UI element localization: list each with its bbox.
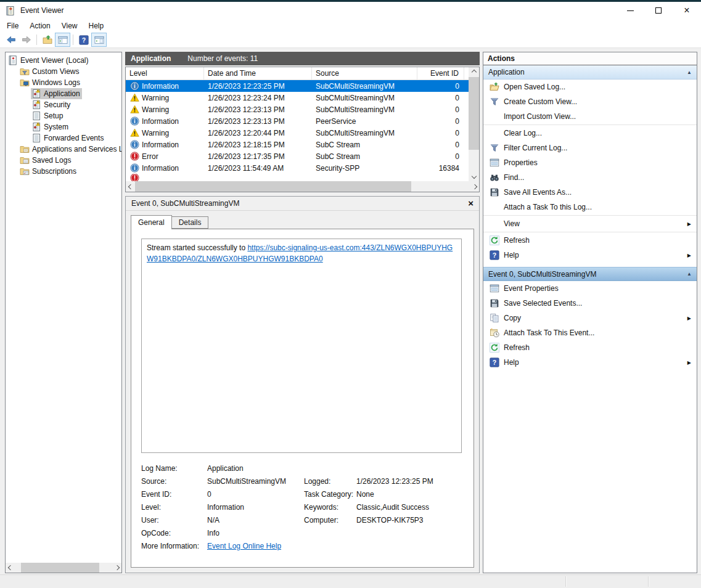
action-clear-log[interactable]: Clear Log... — [483, 126, 697, 141]
scroll-left-arrow[interactable] — [126, 182, 135, 192]
tree-item-system[interactable]: System — [6, 121, 121, 133]
action-attach-a-task-to-this-log[interactable]: Attach a Task To this Log... — [483, 200, 697, 214]
table-row[interactable]: Warning1/26/2023 12:23:13 PMSubCMultiStr… — [126, 104, 469, 115]
action-open-saved-log[interactable]: Open Saved Log... — [483, 80, 697, 94]
action-filter-current-log[interactable]: Filter Current Log... — [483, 141, 697, 155]
field-label: Event ID: — [141, 488, 207, 501]
column-header-event-id[interactable]: Event ID — [417, 67, 464, 80]
event-list-horizontal-scrollbar[interactable] — [126, 181, 479, 192]
table-row[interactable]: Warning1/26/2023 12:20:44 PMSubCMultiStr… — [126, 127, 469, 139]
action-help[interactable]: ?Help▶ — [483, 355, 697, 370]
menu-file[interactable]: File — [1, 20, 24, 31]
show-hide-action-pane-button[interactable] — [91, 33, 107, 47]
scrollbar-thumb[interactable] — [135, 181, 411, 192]
action-find[interactable]: Find... — [483, 170, 697, 185]
actions-section-header-event-0-subcmultistreamingvm[interactable]: Event 0, SubCMultiStreamingVM▲ — [483, 267, 697, 281]
level-label: Warning — [142, 105, 169, 114]
maximize-button[interactable] — [644, 2, 673, 19]
column-header-level[interactable]: Level — [126, 67, 204, 80]
column-header-date-and-time[interactable]: Date and Time — [204, 67, 312, 80]
tree-item-applications-and-services-logs[interactable]: Applications and Services Logs — [6, 144, 121, 155]
column-header-source[interactable]: Source — [312, 67, 417, 80]
forward-button[interactable] — [18, 33, 34, 47]
scroll-left-arrow[interactable] — [6, 563, 15, 573]
action-save-all-events-as[interactable]: Save All Events As... — [483, 185, 697, 200]
tab-general[interactable]: General — [131, 215, 172, 229]
field-label: Logged: — [304, 475, 356, 488]
field-value — [356, 527, 467, 540]
level-cell: Information — [126, 115, 204, 127]
tree-item-windows-logs[interactable]: Windows Logs — [6, 77, 121, 88]
field-value: Application — [207, 462, 304, 475]
table-row[interactable]: Information1/26/2023 12:18:15 PMSubC Str… — [126, 139, 469, 150]
table-row[interactable]: Information1/26/2023 12:23:25 PMSubCMult… — [126, 80, 469, 92]
scroll-right-arrow[interactable] — [470, 182, 479, 192]
action-import-custom-view[interactable]: Import Custom View... — [483, 109, 697, 124]
action-refresh[interactable]: Refresh — [483, 340, 697, 355]
scroll-right-arrow[interactable] — [112, 563, 121, 573]
tree-item-application[interactable]: Application — [6, 88, 121, 99]
action-refresh[interactable]: Refresh — [483, 233, 697, 248]
status-bar — [0, 574, 701, 588]
tree-item-forwarded-events[interactable]: Forwarded Events — [6, 133, 121, 144]
help-button[interactable]: ? — [76, 33, 91, 47]
table-row[interactable]: Information1/26/2023 12:23:13 PMPeerServ… — [126, 115, 469, 127]
scrollbar-thumb[interactable] — [469, 77, 479, 150]
tab-details[interactable]: Details — [172, 216, 209, 229]
action-attach-task-to-this-event[interactable]: Attach Task To This Event... — [483, 325, 697, 340]
action-properties[interactable]: Properties — [483, 155, 697, 170]
source-cell: SubC Stream — [312, 150, 417, 162]
show-hide-console-tree-button[interactable] — [55, 33, 70, 47]
tree-item-security[interactable]: Security — [6, 99, 121, 110]
action-label: Event Properties — [504, 284, 559, 293]
saved-logs-folder-icon — [20, 155, 30, 165]
action-create-custom-view[interactable]: Create Custom View... — [483, 94, 697, 109]
menu-view[interactable]: View — [56, 20, 83, 31]
minimize-button[interactable] — [616, 2, 644, 19]
field-value: SubCMultiStreamingVM — [207, 475, 304, 488]
tree-item-custom-views[interactable]: Custom Views — [6, 66, 121, 77]
menu-action[interactable]: Action — [24, 20, 55, 31]
level-label: Information — [142, 117, 179, 126]
datetime-cell: 1/26/2023 12:23:13 PM — [204, 104, 312, 115]
action-event-properties[interactable]: Event Properties — [483, 281, 697, 296]
tree-item-subscriptions[interactable]: Subscriptions — [6, 166, 121, 177]
tree-item-inner: Security — [31, 99, 72, 110]
field-value: N/A — [207, 514, 304, 527]
tree-item-setup[interactable]: Setup — [6, 110, 121, 121]
scroll-down-arrow[interactable] — [469, 171, 478, 181]
action-label: Filter Current Log... — [504, 144, 567, 152]
help-icon: ? — [79, 35, 89, 45]
menu-help[interactable]: Help — [83, 20, 110, 31]
event-detail-panel: Event 0, SubCMultiStreamingVM × GeneralD… — [125, 196, 480, 573]
open-saved-log-button[interactable] — [39, 33, 55, 47]
table-row[interactable]: Error1/26/2023 12:17:35 PMSubC Stream0 — [126, 150, 469, 162]
event-id-cell: 0 — [417, 92, 464, 104]
tree-item-event-viewer-local[interactable]: Event Viewer (Local) — [6, 55, 121, 66]
info-icon — [129, 81, 139, 91]
table-row[interactable]: Information1/26/2023 11:54:49 AMSecurity… — [126, 162, 469, 174]
tree-item-saved-logs[interactable]: Saved Logs — [6, 155, 121, 166]
scrollbar-thumb[interactable] — [21, 563, 99, 573]
scroll-up-arrow[interactable] — [469, 67, 478, 77]
close-button[interactable]: × — [673, 2, 701, 19]
back-button[interactable] — [3, 33, 18, 47]
table-row-partial[interactable] — [126, 174, 469, 181]
detail-content: Stream started successfully to https://s… — [131, 229, 474, 568]
action-label: Clear Log... — [504, 129, 542, 137]
tree-horizontal-scrollbar[interactable] — [6, 563, 121, 573]
action-help[interactable]: ?Help▶ — [483, 248, 697, 263]
action-save-selected-events[interactable]: Save Selected Events... — [483, 296, 697, 311]
actions-section-header-application[interactable]: Application▲ — [483, 65, 697, 80]
tree-item-inner: System — [31, 121, 70, 133]
field-value-link[interactable]: Event Log Online Help — [207, 542, 281, 550]
event-list-vertical-scrollbar[interactable] — [469, 67, 479, 181]
tree-item-inner: Applications and Services Logs — [19, 144, 121, 155]
action-view[interactable]: View▶ — [483, 216, 697, 231]
event-log-alert-icon — [31, 100, 41, 110]
action-copy[interactable]: Copy▶ — [483, 311, 697, 325]
table-row[interactable]: Warning1/26/2023 12:23:24 PMSubCMultiStr… — [126, 92, 469, 104]
field-value — [356, 462, 467, 475]
action-label: Open Saved Log... — [504, 83, 565, 91]
close-detail-icon[interactable]: × — [468, 199, 473, 208]
